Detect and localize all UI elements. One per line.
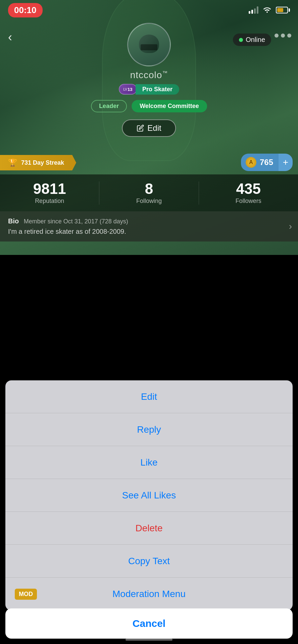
home-indicator	[126, 639, 172, 641]
tag-leader: Leader	[91, 100, 127, 112]
action-delete[interactable]: Delete	[5, 512, 293, 545]
cancel-label: Cancel	[133, 618, 165, 629]
avatar	[127, 23, 171, 66]
online-badge: Online	[233, 34, 271, 46]
action-moderation-label: Moderation Menu	[112, 589, 186, 599]
action-edit[interactable]: Edit	[5, 380, 293, 413]
pro-title: Pro Skater	[136, 84, 179, 95]
action-edit-label: Edit	[141, 391, 157, 402]
edit-icon	[137, 124, 144, 132]
coin-count: 765	[260, 158, 273, 167]
edit-label: Edit	[147, 123, 161, 133]
status-bar: 00:10	[0, 0, 298, 20]
dot-2	[281, 34, 285, 38]
action-reply-label: Reply	[137, 424, 161, 435]
battery-icon	[276, 7, 290, 13]
status-right	[249, 5, 290, 15]
coin-badge: A 765	[241, 154, 279, 171]
bio-text: I'm a retired ice skater as of 2008-2009…	[8, 228, 290, 235]
streak-text: 731 Day Streak	[21, 159, 64, 166]
dot-3	[287, 34, 291, 38]
online-dot	[239, 38, 243, 42]
trophy-icon: 🏆	[8, 158, 17, 167]
dot-1	[275, 34, 279, 38]
action-copy-text[interactable]: Copy Text	[5, 545, 293, 578]
stat-followers[interactable]: 435 Followers	[199, 181, 298, 205]
mod-badge: MOD	[15, 589, 37, 600]
action-reply[interactable]: Reply	[5, 413, 293, 446]
bio-label: Bio	[8, 217, 19, 225]
action-like[interactable]: Like	[5, 446, 293, 479]
bio-chevron-icon: ›	[289, 221, 292, 232]
stat-reputation[interactable]: 9811 Reputation	[0, 181, 99, 205]
action-see-all-likes-label: See All Likes	[122, 490, 176, 501]
coin-area: A 765 +	[241, 154, 293, 171]
following-value: 8	[145, 181, 153, 196]
action-delete-label: Delete	[136, 523, 163, 534]
more-options-button[interactable]	[275, 34, 291, 38]
timer-badge: 00:10	[8, 3, 43, 17]
followers-value: 435	[236, 181, 261, 196]
cancel-button[interactable]: Cancel	[5, 608, 293, 639]
bio-since: Member since Oct 31, 2017 (728 days)	[24, 218, 128, 225]
followers-label: Followers	[236, 198, 261, 205]
level-badge: LV 13	[119, 84, 137, 95]
stat-following[interactable]: 8 Following	[99, 181, 199, 205]
signal-icon	[249, 6, 258, 14]
reputation-label: Reputation	[35, 198, 64, 205]
tag-welcome-committee: Welcome Committee	[132, 100, 207, 112]
online-label: Online	[246, 36, 265, 44]
username: ntccolo™	[130, 70, 168, 80]
action-sheet-overlay: Edit Reply Like See All Likes Delete Cop…	[0, 235, 298, 644]
level-row: LV 13 Pro Skater	[119, 84, 179, 95]
following-label: Following	[136, 198, 162, 205]
coin-add-button[interactable]: +	[279, 154, 293, 171]
streak-banner: 🏆 731 Day Streak	[0, 155, 76, 170]
tags-row: Leader Welcome Committee	[91, 100, 207, 112]
action-see-all-likes[interactable]: See All Likes	[5, 479, 293, 512]
bio-header: Bio Member since Oct 31, 2017 (728 days)	[8, 217, 290, 225]
back-button[interactable]: ‹	[8, 30, 12, 44]
stats-row: 9811 Reputation 8 Following 435 Follower…	[0, 174, 298, 211]
edit-button[interactable]: Edit	[122, 119, 176, 137]
wifi-icon	[262, 5, 272, 15]
action-copy-text-label: Copy Text	[128, 556, 170, 567]
coin-icon: A	[246, 157, 256, 168]
action-moderation-menu[interactable]: MOD Moderation Menu	[5, 578, 293, 610]
action-like-label: Like	[140, 457, 157, 468]
action-sheet: Edit Reply Like See All Likes Delete Cop…	[5, 380, 293, 610]
reputation-value: 9811	[33, 181, 66, 196]
